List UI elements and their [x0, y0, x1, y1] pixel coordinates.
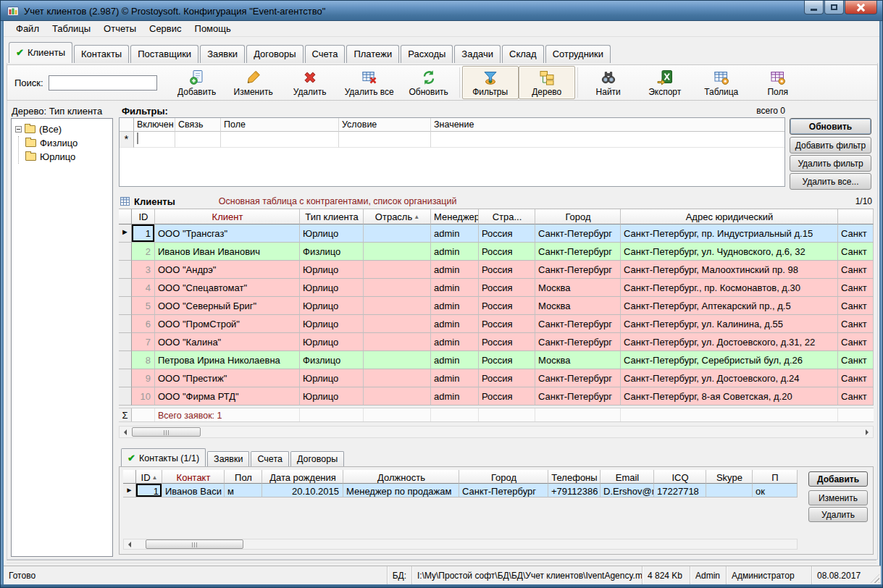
- add-button[interactable]: Добавить: [169, 66, 225, 99]
- cell[interactable]: Санкт-Петербург: [535, 333, 621, 351]
- cell[interactable]: Санкт-Петербург, ул. Калинина, д.55: [621, 315, 838, 333]
- cell[interactable]: Физлицо: [300, 351, 364, 369]
- cell[interactable]: Санкт-Петербург, 8-ая Советская, д.20: [621, 387, 838, 406]
- cell[interactable]: [364, 387, 431, 406]
- filter-button-2[interactable]: Удалить фильтр: [790, 155, 871, 172]
- filter-enabled-checkbox[interactable]: [137, 133, 138, 144]
- cell[interactable]: [364, 279, 431, 297]
- cell[interactable]: Санкт-Петербург: [459, 484, 548, 497]
- details-tab-0[interactable]: ✔Контакты (1/1): [121, 448, 206, 466]
- menu-item-4[interactable]: Помощь: [188, 21, 238, 36]
- cell[interactable]: Санкт: [838, 333, 874, 351]
- cell[interactable]: ООО "Андрэ": [155, 261, 300, 279]
- main-tab-4[interactable]: Договоры: [246, 45, 303, 63]
- clients-column-7[interactable]: Адрес юридический: [621, 209, 838, 224]
- contacts-column-1[interactable]: Контакт: [162, 470, 225, 484]
- cell[interactable]: Москва: [535, 279, 621, 297]
- cell[interactable]: Санкт-Петербург: [535, 243, 621, 261]
- menu-item-1[interactable]: Таблицы: [46, 21, 97, 36]
- clients-row-2[interactable]: 2Иванов Иван ИвановичФизлицоadminРоссияС…: [119, 243, 874, 261]
- cell[interactable]: 1: [132, 224, 155, 243]
- cell[interactable]: 5: [132, 297, 155, 315]
- tree-node-0[interactable]: Физлицо: [25, 136, 112, 150]
- cell[interactable]: Санкт: [838, 243, 874, 261]
- filter-new-row[interactable]: *: [120, 132, 784, 148]
- contacts-hscrollbar[interactable]: [123, 539, 798, 550]
- cell[interactable]: 17227718: [654, 484, 706, 497]
- filter-button-3[interactable]: Удалить все...: [790, 173, 871, 190]
- cell[interactable]: Менеджер по продажам: [343, 484, 459, 497]
- cell[interactable]: Юрлицо: [300, 387, 364, 406]
- cell[interactable]: Санкт-Петербург: [535, 224, 621, 243]
- find-button[interactable]: Найти: [580, 66, 637, 99]
- edit-button[interactable]: Изменить: [225, 66, 282, 99]
- cell[interactable]: [364, 315, 431, 333]
- tree-node-1[interactable]: Юрлицо: [25, 150, 112, 164]
- cell[interactable]: [364, 369, 431, 387]
- contacts-column-3[interactable]: Дата рождения: [262, 470, 343, 484]
- clients-column-5[interactable]: Стра...: [479, 209, 535, 224]
- cell[interactable]: Россия: [479, 261, 535, 279]
- clients-row-10[interactable]: 10ООО "Фирма РТД"ЮрлицоadminРоссияСанкт-…: [119, 387, 874, 406]
- contacts-column-2[interactable]: Пол: [225, 470, 262, 484]
- cell[interactable]: 10: [132, 387, 155, 406]
- cell[interactable]: [364, 243, 431, 261]
- cell[interactable]: Санкт: [838, 297, 874, 315]
- cell[interactable]: ООО "Престиж": [155, 369, 300, 387]
- clients-column-8[interactable]: [838, 209, 874, 224]
- tree-button[interactable]: Дерево: [519, 66, 575, 99]
- contacts-column-7[interactable]: Email: [600, 470, 654, 484]
- contacts-column-4[interactable]: Должность: [343, 470, 459, 484]
- cell[interactable]: D.Ershov@mai: [600, 484, 654, 497]
- cell[interactable]: Юрлицо: [300, 224, 364, 243]
- cell[interactable]: Санкт-Петербург, ул. Достоевского, д.31,…: [621, 333, 838, 351]
- main-tab-6[interactable]: Платежи: [346, 45, 399, 63]
- cell[interactable]: [364, 261, 431, 279]
- clients-column-2[interactable]: Тип клиента: [300, 209, 364, 224]
- filter-column-3[interactable]: Условие: [339, 118, 431, 132]
- cell[interactable]: Москва: [535, 351, 621, 369]
- details-button-2[interactable]: Удалить: [808, 507, 868, 522]
- filter-column-0[interactable]: Включен: [134, 118, 175, 132]
- cell[interactable]: ООО "Калина": [155, 333, 300, 351]
- cell[interactable]: 1: [136, 484, 162, 497]
- details-tab-3[interactable]: Договоры: [290, 451, 344, 466]
- cell[interactable]: admin: [431, 369, 479, 387]
- cell[interactable]: 7: [132, 333, 155, 351]
- cell[interactable]: Санкт-Петербург, Аптекарский пр., д.5: [621, 297, 838, 315]
- clients-column-4[interactable]: Менеджер: [431, 209, 479, 224]
- cell[interactable]: admin: [431, 315, 479, 333]
- cell[interactable]: Санкт: [838, 369, 874, 387]
- splitter[interactable]: [7, 560, 876, 560]
- cell[interactable]: Москва: [535, 297, 621, 315]
- menu-item-2[interactable]: Отчеты: [97, 21, 143, 36]
- cell[interactable]: ООО "Спецавтомат": [155, 279, 300, 297]
- cell[interactable]: Санкт: [838, 224, 874, 243]
- clients-row-6[interactable]: 6ООО "ПромСтрой"ЮрлицоadminРоссияСанкт-П…: [119, 315, 874, 333]
- scroll-left-icon[interactable]: [120, 427, 131, 437]
- cell[interactable]: [706, 484, 753, 497]
- clients-column-1[interactable]: Клиент: [155, 209, 300, 224]
- cell[interactable]: ООО "Фирма РТД": [155, 387, 300, 406]
- contacts-column-0[interactable]: ID▲: [136, 470, 162, 484]
- tree-expander-icon[interactable]: [15, 126, 22, 133]
- cell[interactable]: admin: [431, 351, 479, 369]
- cell[interactable]: 8: [132, 351, 155, 369]
- cell[interactable]: admin: [431, 261, 479, 279]
- close-button[interactable]: [845, 1, 877, 14]
- filters-button[interactable]: Фильтры: [462, 66, 519, 99]
- cell[interactable]: Юрлицо: [300, 279, 364, 297]
- cell[interactable]: Россия: [479, 279, 535, 297]
- contacts-column-6[interactable]: Телефоны: [548, 470, 600, 484]
- cell[interactable]: [364, 224, 431, 243]
- main-tab-5[interactable]: Счета: [305, 45, 346, 63]
- cell[interactable]: 4: [132, 279, 155, 297]
- clients-row-7[interactable]: 7ООО "Калина"ЮрлицоadminРоссияСанкт-Пете…: [119, 333, 874, 351]
- cell[interactable]: admin: [431, 387, 479, 406]
- cell[interactable]: [364, 351, 431, 369]
- cell[interactable]: Санкт: [838, 261, 874, 279]
- menu-item-3[interactable]: Сервис: [143, 21, 188, 36]
- main-tab-7[interactable]: Расходы: [401, 45, 453, 63]
- cell[interactable]: admin: [431, 333, 479, 351]
- cell[interactable]: Санкт-Петербург, ул. Достоевского, д.24: [621, 369, 838, 387]
